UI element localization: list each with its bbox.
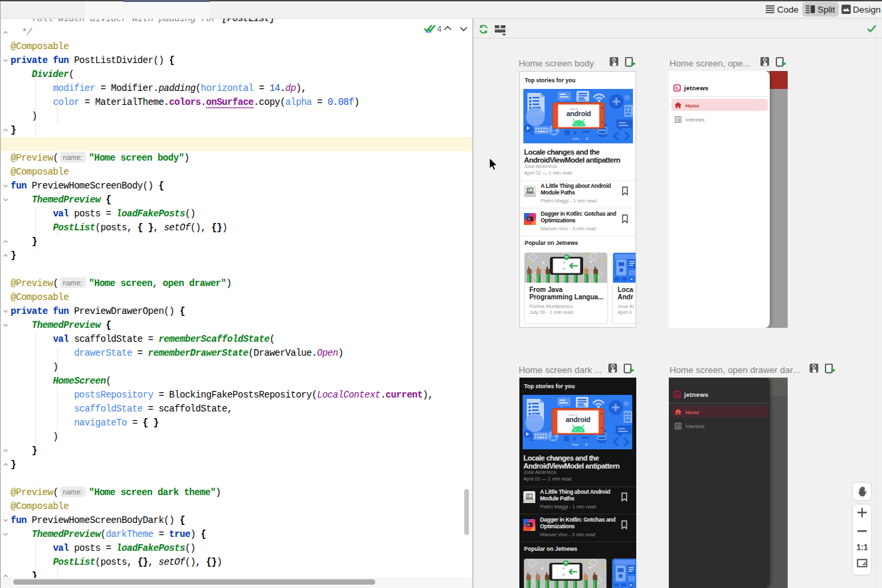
svg-text:4: 4 (437, 25, 442, 34)
svg-text:android: android (566, 415, 590, 423)
svg-text:android: android (567, 110, 591, 117)
svg-text:1:1: 1:1 (857, 542, 867, 552)
